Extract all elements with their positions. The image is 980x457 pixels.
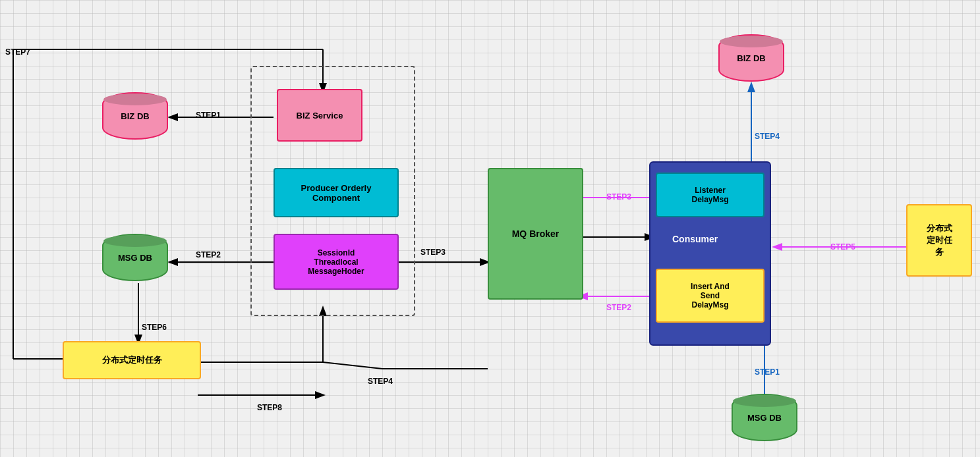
distributed-task-left-label: 分布式定时任务 xyxy=(102,354,162,366)
step1-left-label: STEP1 xyxy=(196,111,221,120)
step8-label: STEP8 xyxy=(257,403,282,412)
msg-db-right: MSG DB xyxy=(732,394,797,441)
step4-right-label: STEP4 xyxy=(755,132,780,141)
step3-black-label: STEP3 xyxy=(420,248,446,257)
biz-service-label: BIZ Service xyxy=(297,111,343,121)
step4-bottom-label: STEP4 xyxy=(368,377,393,386)
biz-db-left-label: BIZ DB xyxy=(121,111,149,121)
distributed-task-right: 分布式定时任务 xyxy=(906,204,972,277)
distributed-task-right-label: 分布式定时任务 xyxy=(927,223,952,258)
insert-label: Insert AndSendDelayMsg xyxy=(691,282,730,309)
step2-left-label: STEP2 xyxy=(196,250,221,259)
diagram-canvas: BIZ DB MSG DB BIZ Service Producer Order… xyxy=(0,0,980,457)
session-threadlocal: SessionIdThreadlocalMessageHoder xyxy=(274,234,399,290)
biz-db-left: BIZ DB xyxy=(102,92,168,140)
session-label: SessionIdThreadlocalMessageHoder xyxy=(308,248,364,276)
producer-orderly-component: Producer OrderlyComponent xyxy=(274,168,399,217)
producer-orderly-label: Producer OrderlyComponent xyxy=(301,183,372,203)
listener-delaymsg: ListenerDelayMsg xyxy=(656,173,764,217)
step1-right-label: STEP1 xyxy=(755,367,780,377)
distributed-task-left: 分布式定时任务 xyxy=(63,341,201,379)
step7-label: STEP7 xyxy=(5,47,30,57)
biz-service: BIZ Service xyxy=(277,89,362,142)
consumer-label: Consumer xyxy=(672,234,718,244)
msg-db-left-label: MSG DB xyxy=(118,253,152,263)
step6-label: STEP6 xyxy=(142,323,167,332)
mq-broker: MQ Broker xyxy=(488,168,583,300)
biz-db-right: BIZ DB xyxy=(718,34,784,82)
step2-right-label: STEP2 xyxy=(606,303,631,312)
msg-db-right-label: MSG DB xyxy=(747,413,782,423)
biz-db-right-label: BIZ DB xyxy=(737,53,765,63)
insert-send-delaymsg: Insert AndSendDelayMsg xyxy=(656,269,764,323)
mq-broker-label: MQ Broker xyxy=(512,228,560,239)
step3-right-label: STEP3 xyxy=(606,192,631,202)
svg-line-10 xyxy=(323,362,382,369)
listener-label: ListenerDelayMsg xyxy=(691,186,728,204)
step5-right-label: STEP5 xyxy=(830,242,855,252)
msg-db-left: MSG DB xyxy=(102,234,168,281)
